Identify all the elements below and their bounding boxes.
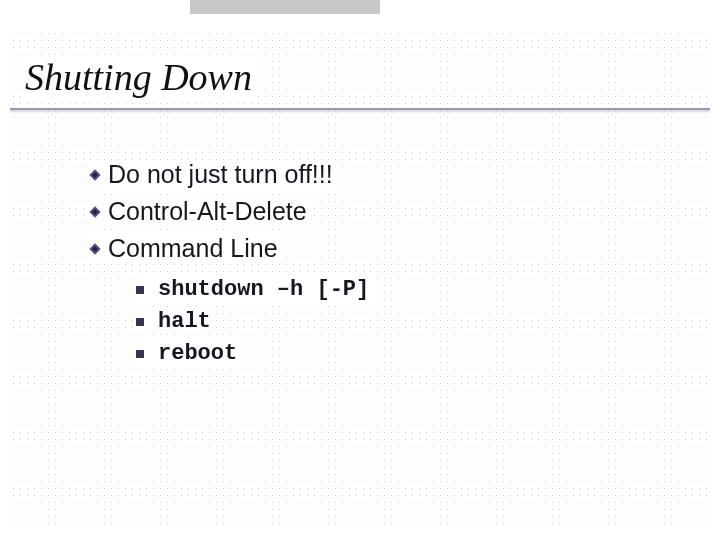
title-underline — [10, 108, 710, 110]
top-decor-bar — [190, 0, 380, 14]
list-item-text: Control-Alt-Delete — [108, 197, 307, 226]
diamond-bullet-icon — [88, 205, 102, 219]
diamond-bullet-icon — [88, 242, 102, 256]
list-item-code: halt — [158, 309, 211, 334]
slide-title: Shutting Down — [25, 55, 256, 99]
list-item-code: shutdown –h [-P] — [158, 277, 369, 302]
list-item: reboot — [136, 341, 241, 366]
list-item: Command Line — [88, 234, 282, 263]
slide-content: Do not just turn off!!! Control-Alt-Dele… — [88, 160, 373, 373]
sub-list: shutdown –h [-P] halt reboot — [136, 277, 373, 366]
list-item-text: Command Line — [108, 234, 278, 263]
list-item: Do not just turn off!!! — [88, 160, 337, 189]
square-bullet-icon — [136, 350, 144, 358]
list-item-code: reboot — [158, 341, 237, 366]
square-bullet-icon — [136, 286, 144, 294]
list-item: shutdown –h [-P] — [136, 277, 373, 302]
list-item: halt — [136, 309, 215, 334]
list-item: Control-Alt-Delete — [88, 197, 311, 226]
diamond-bullet-icon — [88, 168, 102, 182]
square-bullet-icon — [136, 318, 144, 326]
list-item-text: Do not just turn off!!! — [108, 160, 333, 189]
